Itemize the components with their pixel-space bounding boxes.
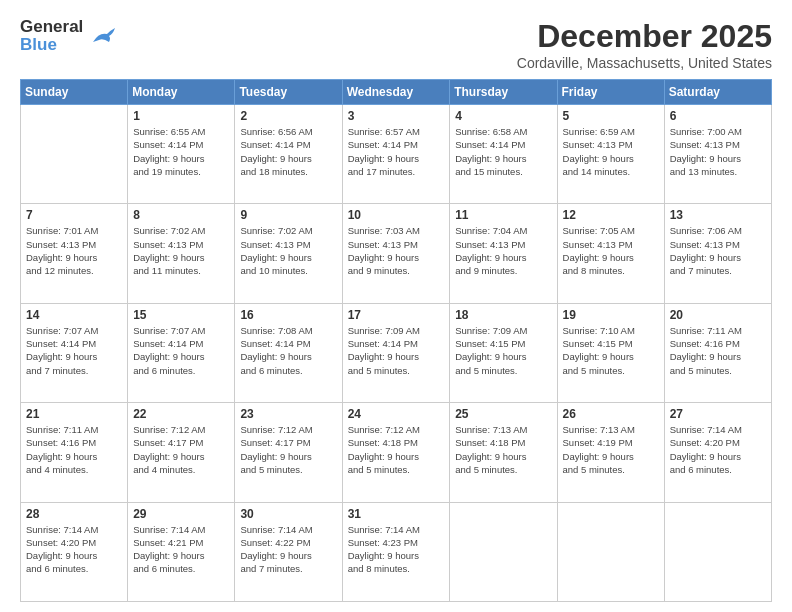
weekday-header-tuesday: Tuesday — [235, 80, 342, 105]
day-info: Sunrise: 6:56 AMSunset: 4:14 PMDaylight:… — [240, 125, 336, 178]
day-info: Sunrise: 6:59 AMSunset: 4:13 PMDaylight:… — [563, 125, 659, 178]
calendar-cell — [557, 502, 664, 601]
day-number: 24 — [348, 407, 445, 421]
calendar-cell: 17Sunrise: 7:09 AMSunset: 4:14 PMDayligh… — [342, 303, 450, 402]
calendar-cell: 25Sunrise: 7:13 AMSunset: 4:18 PMDayligh… — [450, 403, 557, 502]
day-info: Sunrise: 7:02 AMSunset: 4:13 PMDaylight:… — [133, 224, 229, 277]
day-number: 11 — [455, 208, 551, 222]
day-number: 12 — [563, 208, 659, 222]
calendar-cell: 6Sunrise: 7:00 AMSunset: 4:13 PMDaylight… — [664, 105, 771, 204]
header: General Blue December 2025 Cordaville, M… — [20, 18, 772, 71]
page: General Blue December 2025 Cordaville, M… — [0, 0, 792, 612]
calendar-cell: 22Sunrise: 7:12 AMSunset: 4:17 PMDayligh… — [128, 403, 235, 502]
calendar-cell: 8Sunrise: 7:02 AMSunset: 4:13 PMDaylight… — [128, 204, 235, 303]
calendar-cell: 10Sunrise: 7:03 AMSunset: 4:13 PMDayligh… — [342, 204, 450, 303]
day-number: 3 — [348, 109, 445, 123]
day-info: Sunrise: 7:11 AMSunset: 4:16 PMDaylight:… — [670, 324, 766, 377]
calendar-cell: 1Sunrise: 6:55 AMSunset: 4:14 PMDaylight… — [128, 105, 235, 204]
calendar-cell — [664, 502, 771, 601]
calendar-cell: 14Sunrise: 7:07 AMSunset: 4:14 PMDayligh… — [21, 303, 128, 402]
logo: General Blue — [20, 18, 117, 54]
calendar-cell: 18Sunrise: 7:09 AMSunset: 4:15 PMDayligh… — [450, 303, 557, 402]
weekday-header-friday: Friday — [557, 80, 664, 105]
day-number: 30 — [240, 507, 336, 521]
calendar-cell: 19Sunrise: 7:10 AMSunset: 4:15 PMDayligh… — [557, 303, 664, 402]
calendar-week-row: 28Sunrise: 7:14 AMSunset: 4:20 PMDayligh… — [21, 502, 772, 601]
calendar-cell: 23Sunrise: 7:12 AMSunset: 4:17 PMDayligh… — [235, 403, 342, 502]
location: Cordaville, Massachusetts, United States — [517, 55, 772, 71]
day-number: 29 — [133, 507, 229, 521]
day-info: Sunrise: 6:58 AMSunset: 4:14 PMDaylight:… — [455, 125, 551, 178]
weekday-header-thursday: Thursday — [450, 80, 557, 105]
day-number: 4 — [455, 109, 551, 123]
calendar-cell: 29Sunrise: 7:14 AMSunset: 4:21 PMDayligh… — [128, 502, 235, 601]
day-number: 25 — [455, 407, 551, 421]
calendar-week-row: 1Sunrise: 6:55 AMSunset: 4:14 PMDaylight… — [21, 105, 772, 204]
day-info: Sunrise: 7:14 AMSunset: 4:22 PMDaylight:… — [240, 523, 336, 576]
weekday-header-monday: Monday — [128, 80, 235, 105]
weekday-header-wednesday: Wednesday — [342, 80, 450, 105]
calendar-cell: 21Sunrise: 7:11 AMSunset: 4:16 PMDayligh… — [21, 403, 128, 502]
day-info: Sunrise: 7:05 AMSunset: 4:13 PMDaylight:… — [563, 224, 659, 277]
day-info: Sunrise: 7:13 AMSunset: 4:18 PMDaylight:… — [455, 423, 551, 476]
calendar-cell — [450, 502, 557, 601]
day-info: Sunrise: 7:12 AMSunset: 4:18 PMDaylight:… — [348, 423, 445, 476]
day-info: Sunrise: 7:08 AMSunset: 4:14 PMDaylight:… — [240, 324, 336, 377]
day-number: 21 — [26, 407, 122, 421]
day-number: 1 — [133, 109, 229, 123]
day-number: 27 — [670, 407, 766, 421]
month-title: December 2025 — [517, 18, 772, 55]
day-number: 23 — [240, 407, 336, 421]
weekday-header-saturday: Saturday — [664, 80, 771, 105]
day-number: 31 — [348, 507, 445, 521]
calendar-cell: 9Sunrise: 7:02 AMSunset: 4:13 PMDaylight… — [235, 204, 342, 303]
calendar-cell: 16Sunrise: 7:08 AMSunset: 4:14 PMDayligh… — [235, 303, 342, 402]
day-number: 19 — [563, 308, 659, 322]
day-info: Sunrise: 7:12 AMSunset: 4:17 PMDaylight:… — [240, 423, 336, 476]
day-number: 28 — [26, 507, 122, 521]
day-number: 10 — [348, 208, 445, 222]
day-info: Sunrise: 7:10 AMSunset: 4:15 PMDaylight:… — [563, 324, 659, 377]
day-info: Sunrise: 7:06 AMSunset: 4:13 PMDaylight:… — [670, 224, 766, 277]
weekday-header-row: SundayMondayTuesdayWednesdayThursdayFrid… — [21, 80, 772, 105]
calendar-cell — [21, 105, 128, 204]
day-info: Sunrise: 7:04 AMSunset: 4:13 PMDaylight:… — [455, 224, 551, 277]
day-number: 15 — [133, 308, 229, 322]
day-info: Sunrise: 7:14 AMSunset: 4:20 PMDaylight:… — [670, 423, 766, 476]
day-info: Sunrise: 6:55 AMSunset: 4:14 PMDaylight:… — [133, 125, 229, 178]
day-info: Sunrise: 6:57 AMSunset: 4:14 PMDaylight:… — [348, 125, 445, 178]
day-number: 17 — [348, 308, 445, 322]
day-number: 6 — [670, 109, 766, 123]
day-info: Sunrise: 7:02 AMSunset: 4:13 PMDaylight:… — [240, 224, 336, 277]
day-info: Sunrise: 7:14 AMSunset: 4:23 PMDaylight:… — [348, 523, 445, 576]
calendar-cell: 3Sunrise: 6:57 AMSunset: 4:14 PMDaylight… — [342, 105, 450, 204]
calendar-cell: 30Sunrise: 7:14 AMSunset: 4:22 PMDayligh… — [235, 502, 342, 601]
calendar-week-row: 7Sunrise: 7:01 AMSunset: 4:13 PMDaylight… — [21, 204, 772, 303]
logo-line2: Blue — [20, 36, 83, 54]
day-info: Sunrise: 7:00 AMSunset: 4:13 PMDaylight:… — [670, 125, 766, 178]
day-number: 16 — [240, 308, 336, 322]
calendar-week-row: 14Sunrise: 7:07 AMSunset: 4:14 PMDayligh… — [21, 303, 772, 402]
day-number: 5 — [563, 109, 659, 123]
calendar-cell: 11Sunrise: 7:04 AMSunset: 4:13 PMDayligh… — [450, 204, 557, 303]
day-info: Sunrise: 7:14 AMSunset: 4:20 PMDaylight:… — [26, 523, 122, 576]
calendar-cell: 31Sunrise: 7:14 AMSunset: 4:23 PMDayligh… — [342, 502, 450, 601]
day-info: Sunrise: 7:09 AMSunset: 4:14 PMDaylight:… — [348, 324, 445, 377]
calendar-cell: 28Sunrise: 7:14 AMSunset: 4:20 PMDayligh… — [21, 502, 128, 601]
day-number: 20 — [670, 308, 766, 322]
calendar-cell: 15Sunrise: 7:07 AMSunset: 4:14 PMDayligh… — [128, 303, 235, 402]
day-info: Sunrise: 7:07 AMSunset: 4:14 PMDaylight:… — [133, 324, 229, 377]
day-info: Sunrise: 7:07 AMSunset: 4:14 PMDaylight:… — [26, 324, 122, 377]
day-info: Sunrise: 7:03 AMSunset: 4:13 PMDaylight:… — [348, 224, 445, 277]
day-number: 22 — [133, 407, 229, 421]
day-number: 18 — [455, 308, 551, 322]
weekday-header-sunday: Sunday — [21, 80, 128, 105]
calendar-cell: 24Sunrise: 7:12 AMSunset: 4:18 PMDayligh… — [342, 403, 450, 502]
day-info: Sunrise: 7:12 AMSunset: 4:17 PMDaylight:… — [133, 423, 229, 476]
calendar-week-row: 21Sunrise: 7:11 AMSunset: 4:16 PMDayligh… — [21, 403, 772, 502]
day-info: Sunrise: 7:09 AMSunset: 4:15 PMDaylight:… — [455, 324, 551, 377]
calendar-cell: 27Sunrise: 7:14 AMSunset: 4:20 PMDayligh… — [664, 403, 771, 502]
day-info: Sunrise: 7:13 AMSunset: 4:19 PMDaylight:… — [563, 423, 659, 476]
calendar-cell: 4Sunrise: 6:58 AMSunset: 4:14 PMDaylight… — [450, 105, 557, 204]
day-info: Sunrise: 7:14 AMSunset: 4:21 PMDaylight:… — [133, 523, 229, 576]
